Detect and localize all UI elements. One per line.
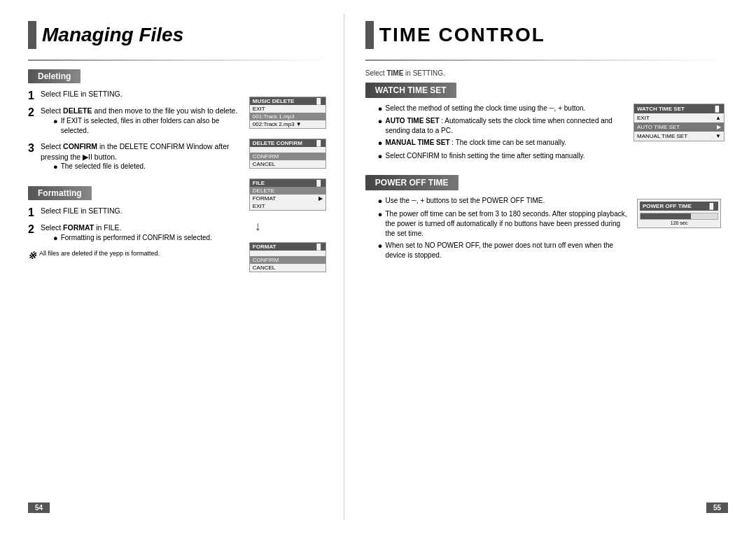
note-symbol: ※: [28, 250, 36, 261]
file-title-bar: FILE ▐▌: [250, 179, 326, 187]
watch-manual-arrow: ▼: [715, 133, 721, 139]
watch-auto-arrow: ▶: [717, 124, 721, 130]
step-2-number: 2: [28, 106, 36, 119]
power-time-range-text: The power off time can be set from 3 to …: [386, 209, 629, 239]
step-2-text: Select DELETE and then move to the file …: [41, 106, 237, 115]
watch-exit-item: EXIT ▲: [634, 113, 724, 122]
formatting-header: Formatting: [28, 186, 92, 200]
power-off-header: POWER OFF TIME: [365, 175, 458, 190]
deleting-section: Deleting 1 Select FILE in SETTING. 2 Sel…: [28, 69, 241, 175]
delete-confirm-item: CONFIRM: [250, 153, 326, 160]
delete-confirm-screen: DELETE CONFIRM ▐▌ CONFIRM CANCEL: [249, 139, 326, 169]
power-progress-bar: [640, 213, 718, 220]
step-3-number: 3: [28, 141, 36, 155]
watch-exit-label: EXIT: [637, 115, 650, 121]
watch-time-text: ● Select the method of setting the clock…: [365, 104, 625, 164]
music-delete-title-bar: MUSIC DELETE ▐▌: [250, 97, 326, 105]
power-screen-icon: ▐▌: [708, 203, 715, 209]
watch-time-screen: WATCH TIME SET ▐▌ EXIT ▲ AUTO TIME SET ▶: [634, 104, 724, 141]
right-page-title: TIME CONTROL: [365, 21, 728, 49]
music-delete-icon: ▐▌: [315, 98, 323, 104]
file-format-item: FORMAT▶: [250, 195, 326, 202]
format-cancel-item: CANCEL: [250, 264, 326, 272]
watch-screen-area: WATCH TIME SET ▐▌ EXIT ▲ AUTO TIME SET ▶: [634, 104, 728, 164]
title-underline-left: [28, 59, 330, 61]
music-delete-screen: MUSIC DELETE ▐▌ EXIT 001:Track 1.mp3 002…: [249, 97, 326, 129]
managing-files-title: Managing Files: [42, 24, 183, 46]
delete-cancel-item: CANCEL: [250, 160, 326, 168]
file-title-text: FILE: [253, 180, 265, 186]
page-number-right: 55: [706, 503, 728, 513]
music-delete-title-text: MUSIC DELETE: [253, 98, 295, 104]
confirm-time-bullet: ● Select CONFIRM to finish setting the t…: [378, 151, 625, 162]
power-time-range-bullet: ● The power off time can be set from 3 t…: [378, 209, 629, 239]
delete-confirm-icon: ▐▌: [315, 140, 323, 146]
watch-auto-label: AUTO TIME SET: [637, 124, 680, 130]
power-off-text: ● Use the ─, + buttons to set the POWER …: [365, 196, 629, 262]
step-2-formatting: 2 Select FORMAT in FILE. ● Formatting is…: [28, 223, 241, 246]
power-value-label: 120 sec: [640, 220, 718, 225]
file-exit-item: EXIT: [250, 202, 326, 210]
step-1-number: 1: [28, 89, 36, 102]
step-1-deleting: 1 Select FILE in SETTING.: [28, 89, 241, 102]
watch-auto-item: AUTO TIME SET ▶: [634, 122, 724, 132]
fmt-step-2-text: Select FORMAT in FILE.: [41, 223, 121, 232]
watch-screen-title-text: WATCH TIME SET: [637, 106, 685, 112]
format-confirm-item: CONFIRM: [250, 256, 326, 264]
watch-manual-label: MANUAL TIME SET: [637, 133, 687, 139]
watch-time-set-section: WATCH TIME SET ● Select the method of se…: [365, 83, 728, 164]
title-block-left: [28, 21, 36, 49]
deleting-header: Deleting: [28, 69, 80, 83]
step-2-bullet: ● If EXIT is selected, files in other fo…: [53, 116, 241, 136]
step-3-deleting: 3 Select CONFIRM in the DELETE CONFIRM W…: [28, 141, 241, 175]
watch-time-set-header: WATCH TIME SET: [365, 83, 456, 98]
format-spacer: [250, 251, 326, 256]
format-icon: ▐▌: [315, 244, 323, 250]
power-screen-title-text: POWER OFF TIME: [643, 203, 692, 209]
step-3-content: Select CONFIRM in the DELETE CONFIRM Win…: [41, 141, 241, 175]
power-off-content: ● Use the ─, + buttons to set the POWER …: [365, 196, 728, 262]
file-icon: ▐▌: [315, 180, 323, 186]
power-no-off-text: When set to NO POWER OFF, the power does…: [386, 241, 629, 260]
power-screen-title: POWER OFF TIME ▐▌: [640, 202, 718, 211]
power-buttons-text: Use the ─, + buttons to set the POWER OF…: [386, 196, 545, 206]
format-screen: FORMAT ▐▌ CONFIRM CANCEL: [249, 242, 326, 272]
watch-method-text: Select the method of setting the clock t…: [386, 104, 586, 113]
watch-manual-item: MANUAL TIME SET ▼: [634, 132, 724, 141]
fmt-step-2-content: Select FORMAT in FILE. ● Formatting is p…: [41, 223, 212, 246]
power-buttons-bullet: ● Use the ─, + buttons to set the POWER …: [378, 196, 629, 206]
format-title-bar: FORMAT ▐▌: [250, 243, 326, 251]
watch-screen-title: WATCH TIME SET ▐▌: [634, 104, 724, 113]
fmt-step-1-number: 1: [28, 206, 36, 219]
file-screen: FILE ▐▌ DELETE FORMAT▶ EXIT: [249, 178, 326, 211]
music-delete-track2: 002:Track 2.mp3 ▼: [250, 120, 326, 128]
left-page: Managing Files Deleting 1 Select FILE in…: [14, 14, 344, 520]
power-off-section: POWER OFF TIME ● Use the ─, + buttons to…: [365, 175, 728, 262]
step-1-formatting: 1 Select FILE in SETTING.: [28, 206, 241, 219]
power-screen-area: POWER OFF TIME ▐▌ 120 sec: [637, 196, 728, 262]
file-delete-item: DELETE: [250, 187, 326, 195]
step-3-bullet: ● The selected file is deleted.: [53, 162, 241, 172]
power-off-screen: POWER OFF TIME ▐▌ 120 sec: [637, 199, 721, 228]
power-progress-fill: [640, 213, 691, 219]
step-3-text: Select CONFIRM in the DELETE CONFIRM Win…: [41, 142, 230, 161]
confirm-time-text: Select CONFIRM to finish setting the tim…: [386, 151, 585, 161]
page-container: Managing Files Deleting 1 Select FILE in…: [0, 0, 756, 534]
auto-time-text: AUTO TIME SET : Automatically sets the c…: [386, 116, 626, 136]
power-no-off-bullet: ● When set to NO POWER OFF, the power do…: [378, 241, 629, 260]
title-underline-right: [365, 59, 728, 61]
fmt-step-2-bullet-text: Formatting is performed if CONFIRM is se…: [61, 233, 212, 243]
watch-exit-arrow: ▲: [715, 115, 721, 121]
left-text-content: Deleting 1 Select FILE in SETTING. 2 Sel…: [28, 69, 241, 275]
formatting-note: ※ All files are deleted if the yepp is f…: [28, 250, 241, 261]
step-2-content: Select DELETE and then move to the file …: [41, 106, 241, 138]
time-control-title: TIME CONTROL: [379, 24, 545, 46]
note-text: All files are deleted if the yepp is for…: [39, 250, 160, 257]
title-block-right: [365, 21, 374, 49]
left-page-title: Managing Files: [28, 21, 330, 49]
step-2-bullet-text: If EXIT is selected, files in other fold…: [61, 116, 241, 136]
watch-time-content: ● Select the method of setting the clock…: [365, 104, 728, 164]
select-time-text: Select TIME in SETTING.: [365, 69, 728, 77]
arrow-down-icon: ↓: [255, 219, 330, 234]
step-1-text: Select FILE in SETTING.: [41, 89, 122, 99]
